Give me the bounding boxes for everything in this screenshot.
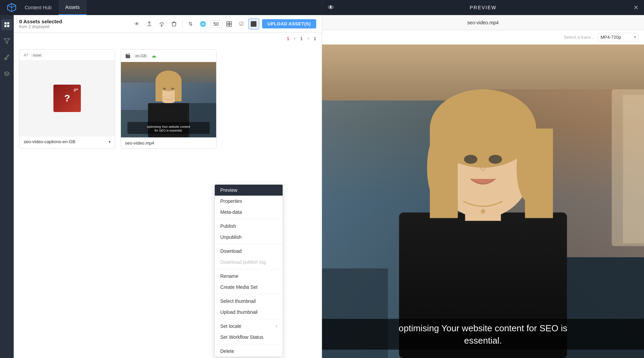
- left-sidebar: [0, 15, 14, 358]
- card-2-video-thumb: optimising Your website content for SEO …: [121, 62, 216, 137]
- preview-filename: seo-video.mp4: [327, 20, 639, 25]
- page-prev[interactable]: ‹: [291, 34, 299, 42]
- svg-point-41: [427, 134, 449, 201]
- upload-assets-button[interactable]: UPLOAD ASSET(S): [262, 19, 316, 28]
- page-next[interactable]: ›: [304, 34, 312, 42]
- svg-point-42: [517, 134, 539, 201]
- svg-rect-8: [230, 22, 232, 24]
- ctx-divider-2: [215, 244, 283, 244]
- svg-text:optimising Your website conten: optimising Your website content for SEO …: [399, 323, 567, 333]
- assets-count: 0 Assets selected: [19, 18, 129, 24]
- ctx-set-workflow[interactable]: Set Workflow Status: [215, 332, 283, 343]
- preview-title: PREVIEW: [470, 5, 497, 10]
- svg-rect-18: [156, 81, 162, 101]
- preview-file-bar: seo-video.mp4: [322, 15, 644, 30]
- svg-point-43: [464, 155, 477, 164]
- card-1-thumb: ? #*: [20, 61, 115, 136]
- dots-view-icon[interactable]: ⬛: [248, 18, 259, 29]
- svg-rect-19: [175, 81, 182, 101]
- card-1-header: A³ none: [20, 50, 115, 61]
- page-total: 1: [314, 36, 316, 41]
- svg-rect-2: [4, 25, 7, 27]
- svg-rect-1: [7, 22, 9, 24]
- ctx-divider-4: [215, 294, 283, 294]
- svg-text:essential.: essential.: [464, 335, 502, 346]
- hash-icon: #*: [74, 87, 78, 93]
- items-per-page[interactable]: 50: [210, 20, 222, 28]
- page-number: 1: [300, 36, 303, 41]
- check-view-icon[interactable]: ☑: [236, 18, 247, 29]
- card-1-footer: seo-video-captions-en-GB ▾: [20, 136, 115, 147]
- card-2-type-icon: 🎬: [125, 53, 131, 58]
- context-menu: Preview Properties Meta-data Publish Unp…: [214, 184, 283, 357]
- card-1-name: seo-video-captions-en-GB: [24, 139, 106, 144]
- delete-icon[interactable]: [169, 18, 179, 29]
- svg-point-45: [481, 209, 485, 213]
- ctx-divider-5: [215, 319, 283, 319]
- asset-card-2[interactable]: 🎬 en-GB ☁: [121, 49, 216, 149]
- download-cloud-icon[interactable]: [156, 18, 167, 29]
- ctx-rename[interactable]: Rename: [215, 271, 283, 282]
- eye-toolbar-icon[interactable]: 👁: [132, 18, 143, 29]
- top-nav: Content Hub Assets ? ⚙ ↗ 👁 PREVIEW ✕: [0, 0, 644, 15]
- ctx-metadata[interactable]: Meta-data: [215, 207, 283, 218]
- sidebar-item-layers[interactable]: [1, 69, 12, 79]
- ctx-select-thumbnail[interactable]: Select thumbnail: [215, 296, 283, 307]
- svg-rect-9: [227, 24, 229, 26]
- grid-view-icon[interactable]: [224, 18, 235, 29]
- pagination: 1 ‹ 1 › 1: [14, 33, 322, 44]
- svg-point-44: [488, 155, 502, 164]
- assets-toolbar: 0 Assets selected from 2 displayed 👁 ⇅ 🌐…: [14, 15, 322, 33]
- svg-rect-0: [4, 22, 7, 24]
- preview-close-icon[interactable]: ✕: [633, 4, 639, 11]
- video-preview: of Bad eriences: [322, 45, 644, 358]
- nav-content-hub[interactable]: Content Hub: [18, 0, 59, 15]
- svg-rect-7: [227, 22, 229, 24]
- unknown-file-icon: ? #*: [53, 85, 81, 112]
- trans-select-wrapper: MP4-720p MP4-1080p MP4-480p Original ▾: [597, 33, 639, 41]
- ctx-divider-1: [215, 219, 283, 219]
- sort-icon[interactable]: ⇅: [185, 18, 196, 29]
- ctx-delete[interactable]: Delete: [215, 346, 283, 357]
- ctx-locale-arrow-icon: ›: [276, 324, 277, 329]
- svg-text:for SEO is essential.: for SEO is essential.: [154, 129, 183, 132]
- card-2-thumb: optimising Your website content for SEO …: [121, 62, 216, 137]
- card-2-footer: seo-video.mp4: [121, 137, 216, 148]
- svg-rect-10: [230, 24, 232, 26]
- card-2-locale: en-GB: [133, 53, 148, 58]
- preview-header: 👁 PREVIEW ✕: [322, 0, 644, 15]
- card-2-header: 🎬 en-GB ☁: [121, 50, 216, 62]
- page-current: 1: [287, 36, 289, 41]
- trans-select[interactable]: MP4-720p MP4-1080p MP4-480p Original: [597, 33, 639, 41]
- toolbar-icons: 👁 ⇅ 🌐 50 ☑ ⬛: [132, 18, 259, 29]
- svg-marker-4: [4, 39, 10, 44]
- ctx-upload-thumbnail[interactable]: Upload thumbnail: [215, 307, 283, 318]
- svg-rect-3: [7, 25, 9, 27]
- asset-card-1[interactable]: A³ none ? #* seo-video-captions-en-GB ▾: [19, 49, 115, 149]
- ctx-download-log: Download publish log: [215, 257, 283, 268]
- ctx-divider-3: [215, 269, 283, 269]
- preview-eye-icon: 👁: [328, 4, 334, 11]
- ctx-unpublish[interactable]: Unpublish: [215, 232, 283, 243]
- sidebar-item-home[interactable]: [1, 19, 12, 30]
- ctx-properties[interactable]: Properties: [215, 196, 283, 207]
- toolbar-divider: [182, 20, 183, 28]
- ctx-publish[interactable]: Publish: [215, 221, 283, 232]
- svg-text:optimising Your website conten: optimising Your website content: [147, 125, 190, 128]
- card-1-locale: none: [31, 53, 43, 58]
- svg-rect-29: [623, 95, 644, 243]
- ctx-preview[interactable]: Preview: [215, 185, 283, 196]
- ctx-create-media-set[interactable]: Create Media Set: [215, 282, 283, 293]
- sidebar-item-tools[interactable]: [1, 52, 12, 63]
- ctx-set-locale[interactable]: Set locale ›: [215, 321, 283, 332]
- logo[interactable]: [5, 1, 18, 14]
- sidebar-item-filter[interactable]: [1, 36, 12, 47]
- card-1-chevron-icon[interactable]: ▾: [109, 139, 111, 144]
- select-trans-label: Select a trans...: [564, 35, 595, 40]
- upload-cloud-icon[interactable]: [144, 18, 155, 29]
- globe-icon[interactable]: 🌐: [198, 18, 209, 29]
- nav-assets[interactable]: Assets: [59, 0, 87, 15]
- svg-point-21: [171, 88, 174, 90]
- ctx-download[interactable]: Download: [215, 246, 283, 257]
- trans-selector-area: Select a trans... MP4-720p MP4-1080p MP4…: [322, 30, 644, 45]
